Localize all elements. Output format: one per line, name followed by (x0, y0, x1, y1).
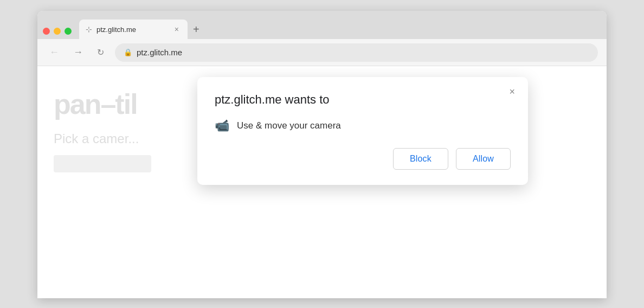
dialog-close-button[interactable]: × (506, 86, 518, 98)
tab-title: ptz.glitch.me (96, 25, 168, 34)
allow-button[interactable]: Allow (456, 148, 511, 170)
new-tab-button[interactable]: + (188, 24, 205, 35)
reload-button[interactable]: ↻ (94, 45, 107, 60)
block-button[interactable]: Block (393, 148, 448, 170)
forward-button[interactable]: → (70, 44, 86, 60)
url-bar[interactable]: 🔒 ptz.glitch.me (115, 43, 598, 62)
page-content: pan–til Pick a camer... × ptz.glitch.me … (37, 66, 607, 298)
camera-icon: 📹 (215, 119, 229, 133)
address-bar: ← → ↻ 🔒 ptz.glitch.me (37, 39, 607, 66)
maximize-button[interactable] (65, 28, 72, 35)
page-bg-title: pan–til (54, 88, 151, 120)
permission-text: Use & move your camera (237, 120, 341, 131)
back-button[interactable]: ← (46, 44, 62, 60)
browser-window: ⊹ ptz.glitch.me × + ← → ↻ 🔒 ptz.glitch.m… (37, 11, 607, 298)
permission-item: 📹 Use & move your camera (215, 119, 511, 133)
tab-close-icon[interactable]: × (172, 24, 181, 35)
url-text: ptz.glitch.me (137, 48, 182, 57)
page-bg-input (54, 155, 151, 172)
tab-bar: ⊹ ptz.glitch.me × + (37, 11, 607, 39)
page-background: pan–til Pick a camer... (54, 88, 151, 172)
minimize-button[interactable] (54, 28, 61, 35)
browser-tab[interactable]: ⊹ ptz.glitch.me × (79, 20, 188, 39)
drag-icon: ⊹ (86, 25, 92, 34)
lock-icon: 🔒 (124, 48, 132, 56)
close-button[interactable] (43, 28, 50, 35)
traffic-lights (43, 28, 72, 35)
permission-dialog: × ptz.glitch.me wants to 📹 Use & move yo… (197, 77, 528, 185)
dialog-title: ptz.glitch.me wants to (215, 92, 511, 108)
dialog-buttons: Block Allow (215, 148, 511, 170)
page-bg-subtitle: Pick a camer... (54, 131, 151, 146)
